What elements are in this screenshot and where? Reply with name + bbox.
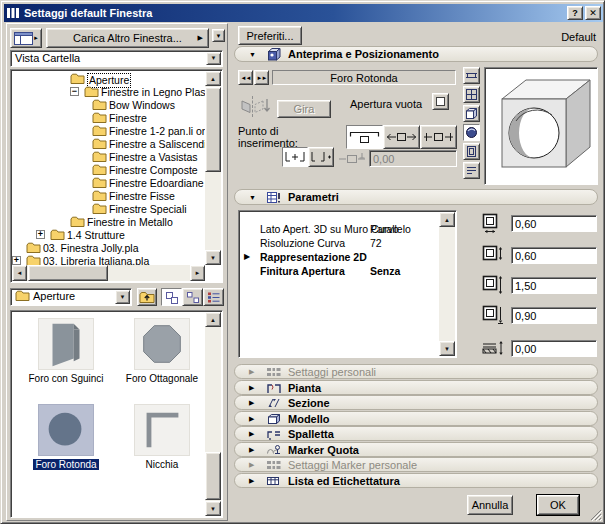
object-thumbnail-label[interactable]: Foro con Sguinci xyxy=(28,373,103,384)
tree-item-label[interactable]: Finestre in Legno Plastica xyxy=(101,86,205,99)
scroll-down-icon[interactable]: ▼ xyxy=(205,250,221,265)
dropdown-arrow-icon[interactable]: ▼ xyxy=(115,290,130,304)
tree-item[interactable]: Finestre Speciali xyxy=(12,203,205,216)
parameter-row[interactable]: ▶Rappresentazione 2D xyxy=(240,250,439,264)
axonometry-view-button[interactable] xyxy=(463,105,480,122)
object-thumbnail-label[interactable]: Foro Ottagonale xyxy=(126,373,198,384)
resize-grip[interactable] xyxy=(589,508,602,521)
favorites-button[interactable]: Preferiti... xyxy=(238,26,302,45)
previous-object-button[interactable]: ◄◄ xyxy=(238,70,253,85)
tree-item-label[interactable]: Finestre Speciali xyxy=(109,203,187,216)
section-header-anteprima[interactable]: ▼ Anteprima e Posizionamento xyxy=(234,46,598,62)
toolbar-flyout-button[interactable]: ▼ xyxy=(212,29,225,42)
section-header-parametri[interactable]: ▼ Parametri xyxy=(234,189,598,205)
collapse-section-icon[interactable]: ▼ xyxy=(249,194,256,201)
tree-item-label[interactable]: Finestre in Metallo xyxy=(87,216,173,229)
tree-item-label[interactable]: Finestre 1-2 pan.li oriz. xyxy=(109,125,205,138)
collapse-section-icon[interactable]: ▼ xyxy=(249,51,256,58)
parameter-row[interactable]: Finitura AperturaSenza xyxy=(240,264,439,278)
shaded-3d-view-button[interactable] xyxy=(463,124,480,141)
scroll-up-icon[interactable]: ▲ xyxy=(205,312,221,327)
insertion-side-button[interactable] xyxy=(282,147,308,167)
large-icons-view-button[interactable] xyxy=(161,288,182,306)
dimension-field-1[interactable] xyxy=(511,215,597,232)
tree-scroll-thumb[interactable] xyxy=(205,87,221,172)
tree-item[interactable]: Finestre in Metallo xyxy=(12,216,205,229)
tree-item[interactable]: −Finestre in Legno Plastica xyxy=(12,86,205,99)
tree-item[interactable]: Finestre 1-2 pan.li oriz. xyxy=(12,125,205,138)
tree-item-label[interactable]: 03. Finestra Jolly.pla xyxy=(43,242,139,255)
tree-item-label[interactable]: Bow Windows xyxy=(109,99,175,112)
tree-item-label[interactable]: Finestre Composte xyxy=(109,164,198,177)
expand-section-icon[interactable]: ▶ xyxy=(249,461,254,469)
plan-symbol-view-button[interactable] xyxy=(463,67,480,84)
section-header-settaggi-marker-personale[interactable]: ▶Settaggi Marker personale xyxy=(234,457,598,472)
object-thumbnail[interactable]: Foro Ottagonale xyxy=(116,318,205,384)
tree-item-label[interactable]: Finestre xyxy=(109,112,147,125)
section-header-lista-ed-etichettatura[interactable]: ▶Lista ed Etichettatura xyxy=(234,473,598,488)
expand-section-icon[interactable]: ▶ xyxy=(249,415,254,423)
ok-button[interactable]: OK xyxy=(537,495,579,515)
parameter-value[interactable]: Senza xyxy=(370,264,400,278)
tree-item-label[interactable]: 1.4 Strutture xyxy=(67,229,125,242)
anchor-opposite-side-button[interactable] xyxy=(420,125,457,149)
tree-item[interactable]: 03. Finestra Jolly.pla xyxy=(12,242,205,255)
object-thumbnail-label[interactable]: Nicchia xyxy=(146,459,179,470)
help-button[interactable]: ? xyxy=(567,6,583,20)
dimension-field-5[interactable] xyxy=(511,340,597,357)
tree-item[interactable]: Finestre xyxy=(12,112,205,125)
tree-item-label[interactable]: Finestre a Saliscendi xyxy=(109,138,205,151)
tree-item-label[interactable]: Finestre Fisse xyxy=(109,190,175,203)
tree-horizontal-scrollbar[interactable]: ◄ ► xyxy=(12,265,205,281)
browser-scroll-thumb[interactable] xyxy=(205,452,221,500)
parameter-scrollbar[interactable]: ▲ ▼ xyxy=(439,212,455,356)
object-thumbnail[interactable]: Foro con Sguinci xyxy=(20,318,112,384)
view-mode-combobox[interactable]: Vista Cartella ▼ xyxy=(10,50,223,67)
section-header-settaggi-personali[interactable]: ▶Settaggi personali xyxy=(234,364,598,379)
elevation-view-button[interactable] xyxy=(463,143,480,160)
current-folder-combobox[interactable]: Aperture ▼ xyxy=(10,288,132,306)
expand-section-icon[interactable]: ▶ xyxy=(249,477,254,485)
tree-item-label[interactable]: Finestre a Vasistas xyxy=(109,151,198,164)
dimension-field-3[interactable] xyxy=(511,277,597,294)
expand-section-icon[interactable]: ▶ xyxy=(249,399,254,407)
tree-item[interactable]: Finestre Composte xyxy=(12,164,205,177)
anchor-core-center-button[interactable] xyxy=(383,125,420,149)
load-other-window-button[interactable]: Carica Altro Finestra... ▶ xyxy=(46,28,209,48)
expand-icon[interactable]: + xyxy=(12,256,21,265)
scroll-left-icon[interactable]: ◄ xyxy=(12,265,27,281)
scroll-right-icon[interactable]: ► xyxy=(190,265,205,281)
expand-section-icon[interactable]: ▶ xyxy=(249,430,254,438)
tree-item[interactable]: Bow Windows xyxy=(12,99,205,112)
section-header-pianta[interactable]: ▶Pianta xyxy=(234,380,598,395)
tree-item-label[interactable]: Finestre Edoardiane xyxy=(109,177,204,190)
collapse-icon[interactable]: − xyxy=(70,87,79,96)
tree-item[interactable]: +03. Libreria Italiana.pla xyxy=(12,255,205,265)
description-view-button[interactable] xyxy=(463,162,480,179)
expand-icon[interactable]: + xyxy=(36,230,45,239)
expand-section-icon[interactable]: ▶ xyxy=(249,368,254,376)
object-thumbnail[interactable]: Nicchia xyxy=(116,404,205,470)
tree-item[interactable]: Finestre a Vasistas xyxy=(12,151,205,164)
section-header-modello[interactable]: ▶Modello xyxy=(234,411,598,426)
titlebar[interactable]: Settaggi default Finestra ? ✕ xyxy=(4,4,603,22)
section-header-marker-quota[interactable]: ▶Marker Quota xyxy=(234,442,598,457)
tree-item[interactable]: Finestre Edoardiane xyxy=(12,177,205,190)
details-view-button[interactable] xyxy=(203,288,224,306)
object-thumbnail[interactable]: Foro Rotonda xyxy=(20,404,112,470)
insertion-center-button[interactable] xyxy=(308,147,334,167)
rotate-button[interactable]: Gira xyxy=(277,100,331,118)
expand-section-icon[interactable]: ▶ xyxy=(249,446,254,454)
empty-opening-toggle[interactable] xyxy=(432,93,449,110)
anchor-reveal-side-button[interactable] xyxy=(346,125,383,149)
cancel-button[interactable]: Annulla xyxy=(467,495,513,515)
dropdown-arrow-icon[interactable]: ▼ xyxy=(206,52,221,65)
scroll-up-icon[interactable]: ▲ xyxy=(439,212,455,227)
close-button[interactable]: ✕ xyxy=(585,6,601,20)
parameter-value[interactable]: 72 xyxy=(370,236,382,250)
dimension-field-4[interactable] xyxy=(511,307,597,324)
tree-item[interactable]: Finestre Fisse xyxy=(12,190,205,203)
section-header-sezione[interactable]: ▶Sezione xyxy=(234,395,598,410)
tree-item-label[interactable]: 03. Libreria Italiana.pla xyxy=(43,255,149,265)
dimension-field-2[interactable] xyxy=(511,247,597,264)
